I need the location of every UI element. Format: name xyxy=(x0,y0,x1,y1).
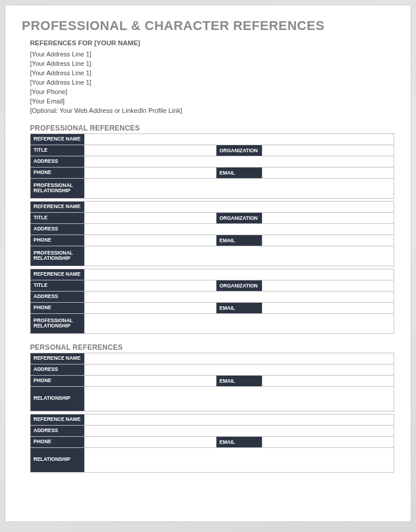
label-email: EMAIL xyxy=(217,167,262,178)
table-row: PHONE EMAIL xyxy=(31,436,394,447)
table-row: PHONE EMAIL xyxy=(31,302,394,313)
table-row: REFERENCE NAME xyxy=(31,414,394,425)
field-address[interactable] xyxy=(85,291,394,302)
label-address: ADDRESS xyxy=(31,291,85,302)
field-email[interactable] xyxy=(262,302,394,313)
label-address: ADDRESS xyxy=(31,364,85,375)
personal-references-table: REFERENCE NAME ADDRESS PHONE EMAIL RELAT… xyxy=(30,353,394,473)
table-row: PROFESSIONAL RELATIONSHIP xyxy=(31,246,394,266)
label-reference-name: REFERENCE NAME xyxy=(31,353,85,364)
professional-section-heading: PROFESSIONAL REFERENCES xyxy=(30,124,394,132)
applicant-info-block: [Your Address Line 1] [Your Address Line… xyxy=(30,50,394,116)
field-title[interactable] xyxy=(85,280,217,291)
field-organization[interactable] xyxy=(262,212,394,223)
info-line: [Your Email] xyxy=(30,97,394,106)
label-address: ADDRESS xyxy=(31,223,85,235)
field-address[interactable] xyxy=(85,425,394,436)
field-phone[interactable] xyxy=(85,302,217,313)
label-relationship: RELATIONSHIP xyxy=(31,386,85,411)
field-relationship[interactable] xyxy=(85,313,394,333)
label-title: TITLE xyxy=(31,145,85,156)
field-relationship[interactable] xyxy=(85,386,394,411)
table-row: PHONE EMAIL xyxy=(31,235,394,246)
field-reference-name[interactable] xyxy=(85,414,394,425)
table-row: PROFESSIONAL RELATIONSHIP xyxy=(31,313,394,333)
professional-references-table: REFERENCE NAME TITLE ORGANIZATION ADDRES… xyxy=(30,133,394,334)
field-title[interactable] xyxy=(85,212,217,223)
label-title: TITLE xyxy=(31,280,85,291)
label-address: ADDRESS xyxy=(31,425,85,436)
label-organization: ORGANIZATION xyxy=(217,212,262,223)
field-phone[interactable] xyxy=(85,167,217,178)
table-row: REFERENCE NAME xyxy=(31,133,394,145)
label-phone: PHONE xyxy=(31,235,85,246)
label-reference-name: REFERENCE NAME xyxy=(31,201,85,212)
field-phone[interactable] xyxy=(85,436,217,447)
field-reference-name[interactable] xyxy=(85,353,394,364)
info-line: [Your Address Line 1] xyxy=(30,78,394,88)
label-organization: ORGANIZATION xyxy=(217,145,262,156)
field-relationship[interactable] xyxy=(85,447,394,472)
field-email[interactable] xyxy=(262,235,394,246)
label-email: EMAIL xyxy=(217,375,262,386)
table-row: REFERENCE NAME xyxy=(31,353,394,364)
label-title: TITLE xyxy=(31,212,85,223)
field-relationship[interactable] xyxy=(85,178,394,198)
field-reference-name[interactable] xyxy=(85,201,394,212)
label-phone: PHONE xyxy=(31,302,85,313)
field-address[interactable] xyxy=(85,223,394,235)
table-row: TITLE ORGANIZATION xyxy=(31,280,394,291)
label-email: EMAIL xyxy=(217,302,262,313)
label-reference-name: REFERENCE NAME xyxy=(31,414,85,425)
table-row: ADDRESS xyxy=(31,291,394,302)
table-row: REFERENCE NAME xyxy=(31,269,394,280)
table-row: TITLE ORGANIZATION xyxy=(31,212,394,223)
label-phone: PHONE xyxy=(31,167,85,178)
label-relationship: RELATIONSHIP xyxy=(31,447,85,472)
table-row: PROFESSIONAL RELATIONSHIP xyxy=(31,178,394,198)
label-reference-name: REFERENCE NAME xyxy=(31,269,85,280)
info-line: [Your Phone] xyxy=(30,88,394,97)
personal-section-heading: PERSONAL REFERENCES xyxy=(30,343,394,352)
table-row: ADDRESS xyxy=(31,425,394,436)
table-row: REFERENCE NAME xyxy=(31,201,394,212)
info-line: [Optional: Your Web Address or LinkedIn … xyxy=(30,106,394,116)
label-relationship: PROFESSIONAL RELATIONSHIP xyxy=(31,313,85,333)
label-reference-name: REFERENCE NAME xyxy=(31,133,85,145)
label-relationship: PROFESSIONAL RELATIONSHIP xyxy=(31,246,85,266)
table-row: ADDRESS xyxy=(31,364,394,375)
label-email: EMAIL xyxy=(217,436,262,447)
references-for-heading: REFERENCES FOR [YOUR NAME] xyxy=(30,39,394,46)
table-row: RELATIONSHIP xyxy=(31,386,394,411)
label-email: EMAIL xyxy=(217,235,262,246)
table-row: PHONE EMAIL xyxy=(31,167,394,178)
field-address[interactable] xyxy=(85,364,394,375)
table-row: RELATIONSHIP xyxy=(31,447,394,472)
field-address[interactable] xyxy=(85,156,394,167)
label-relationship: PROFESSIONAL RELATIONSHIP xyxy=(31,178,85,198)
field-reference-name[interactable] xyxy=(85,269,394,280)
field-organization[interactable] xyxy=(262,280,394,291)
field-phone[interactable] xyxy=(85,375,217,386)
field-organization[interactable] xyxy=(262,145,394,156)
label-address: ADDRESS xyxy=(31,156,85,167)
field-phone[interactable] xyxy=(85,235,217,246)
label-phone: PHONE xyxy=(31,436,85,447)
field-email[interactable] xyxy=(262,167,394,178)
info-line: [Your Address Line 1] xyxy=(30,69,394,78)
field-reference-name[interactable] xyxy=(85,133,394,145)
label-phone: PHONE xyxy=(31,375,85,386)
field-email[interactable] xyxy=(262,436,394,447)
field-email[interactable] xyxy=(262,375,394,386)
table-row: ADDRESS xyxy=(31,156,394,167)
table-row: PHONE EMAIL xyxy=(31,375,394,386)
label-organization: ORGANIZATION xyxy=(217,280,262,291)
table-row: ADDRESS xyxy=(31,223,394,235)
info-line: [Your Address Line 1] xyxy=(30,59,394,69)
document-page: PROFESSIONAL & CHARACTER REFERENCES REFE… xyxy=(5,5,411,522)
table-row: TITLE ORGANIZATION xyxy=(31,145,394,156)
field-relationship[interactable] xyxy=(85,246,394,266)
field-title[interactable] xyxy=(85,145,217,156)
page-title: PROFESSIONAL & CHARACTER REFERENCES xyxy=(22,18,394,34)
info-line: [Your Address Line 1] xyxy=(30,50,394,59)
